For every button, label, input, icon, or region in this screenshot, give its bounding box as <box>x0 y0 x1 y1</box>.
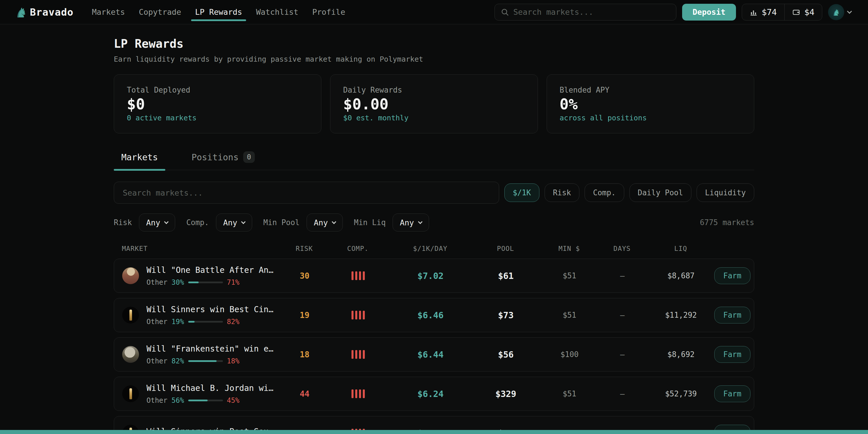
farm-button[interactable]: Farm <box>714 307 750 324</box>
yes-percent: 56% <box>172 396 184 404</box>
market-outcome: Other <box>147 318 167 326</box>
pool-value: $61 <box>470 271 542 281</box>
col-header-days: DAYS <box>597 245 647 252</box>
yes-percent: 82% <box>172 357 184 365</box>
oscar-statue-icon <box>129 388 132 399</box>
days-value: — <box>597 311 648 320</box>
nav-item-copytrade[interactable]: Copytrade <box>138 1 182 23</box>
days-value: — <box>597 271 648 280</box>
stat-card-total-deployed: Total Deployed $0 0 active markets <box>114 74 321 133</box>
col-header-rate: $/1K/DAY <box>391 245 469 252</box>
competition-bars-icon <box>325 390 392 398</box>
stat-subtext: $0 est. monthly <box>343 114 525 122</box>
liquidity-value: $52,739 <box>648 390 714 398</box>
positions-count-badge: 0 <box>243 151 255 163</box>
col-header-min: MIN $ <box>542 245 597 252</box>
deposit-button[interactable]: Deposit <box>682 4 736 21</box>
filter-min-liq-select[interactable]: Any <box>393 213 429 231</box>
sort-chip-risk[interactable]: Risk <box>545 183 580 202</box>
filter-label-min-pool: Min Pool <box>263 218 299 227</box>
filter-min-pool-select[interactable]: Any <box>307 213 343 231</box>
risk-score: 19 <box>284 310 325 320</box>
sort-chip-per-1k[interactable]: $/1K <box>504 183 539 202</box>
filter-label-risk: Risk <box>114 218 132 227</box>
portfolio-value: $74 <box>762 7 777 17</box>
nav-item-watchlist[interactable]: Watchlist <box>255 1 299 23</box>
page-subtitle: Earn liquidity rewards by providing pass… <box>114 55 754 63</box>
market-row[interactable]: Will Michael B. Jordan wi… Other 56% 45%… <box>114 377 754 411</box>
market-outcome: Other <box>147 396 167 404</box>
stat-subtext: across all positions <box>560 114 741 122</box>
brand[interactable]: ♞ Bravado <box>17 5 73 20</box>
no-percent: 45% <box>227 396 240 404</box>
sort-chip-daily-pool[interactable]: Daily Pool <box>629 183 692 202</box>
bar-chart-icon <box>750 8 758 16</box>
nav-search-input[interactable] <box>513 7 670 16</box>
farm-button[interactable]: Farm <box>714 386 750 402</box>
stat-cards: Total Deployed $0 0 active markets Daily… <box>114 74 754 133</box>
rate-per-1k-day: $6.46 <box>392 310 470 320</box>
farm-button[interactable]: Farm <box>714 267 750 284</box>
sort-chip-liquidity[interactable]: Liquidity <box>696 183 754 202</box>
chevron-down-icon <box>418 219 423 224</box>
nav-item-markets[interactable]: Markets <box>92 1 126 23</box>
stat-value: $0 <box>127 96 308 113</box>
odds-bar <box>188 281 223 283</box>
filter-comp-select[interactable]: Any <box>216 213 252 231</box>
odds-bar <box>188 321 223 323</box>
oscar-statue-icon <box>129 309 132 321</box>
days-value: — <box>597 390 648 398</box>
market-title: Will "One Battle After An… <box>147 265 273 275</box>
farm-button[interactable]: Farm <box>714 346 750 363</box>
filter-min-pool-value: Any <box>314 218 328 227</box>
min-value: $51 <box>542 271 597 280</box>
liquidity-value: $8,687 <box>648 271 714 280</box>
market-avatar <box>122 346 139 363</box>
col-header-comp: COMP. <box>324 245 391 252</box>
risk-score: 44 <box>284 389 325 399</box>
nav-item-lp-rewards[interactable]: LP Rewards <box>194 1 243 23</box>
tabs: Markets Positions 0 <box>114 151 754 170</box>
stat-subtext: 0 active markets <box>127 114 308 122</box>
brand-name: Bravado <box>30 6 73 18</box>
stat-label: Daily Rewards <box>343 86 525 94</box>
market-title: Will Michael B. Jordan wi… <box>147 383 273 393</box>
user-menu[interactable]: ♞ <box>828 4 851 20</box>
col-header-liq: LIQ <box>647 245 714 252</box>
competition-bars-icon <box>325 271 392 280</box>
tab-positions[interactable]: Positions 0 <box>184 151 262 170</box>
odds-bar <box>188 360 223 362</box>
tab-markets[interactable]: Markets <box>114 151 165 170</box>
liquidity-value: $8,692 <box>648 350 714 359</box>
no-percent: 71% <box>227 278 240 287</box>
liquidity-value: $11,292 <box>648 311 714 320</box>
search-icon <box>501 8 509 16</box>
market-row[interactable]: Will "One Battle After An… Other 30% 71%… <box>114 259 754 293</box>
filter-risk-select[interactable]: Any <box>139 213 176 231</box>
filter-label-comp: Comp. <box>186 218 209 227</box>
market-row[interactable]: Will "Frankenstein" win e… Other 82% 18%… <box>114 337 754 371</box>
portfolio-balance[interactable]: $74 <box>742 4 784 20</box>
market-avatar <box>122 267 139 284</box>
min-value: $51 <box>542 390 597 398</box>
sort-chip-comp[interactable]: Comp. <box>585 183 624 202</box>
nav-item-profile[interactable]: Profile <box>312 1 346 23</box>
nav-search-box <box>495 4 676 21</box>
stat-card-daily-rewards: Daily Rewards $0.00 $0 est. monthly <box>330 74 538 133</box>
horse-logo-icon: ♞ <box>17 5 26 20</box>
market-row[interactable]: Will Sinners win Best Cin… Other 19% 82%… <box>114 298 754 332</box>
markets-search-input[interactable] <box>114 182 499 204</box>
market-avatar <box>122 386 139 402</box>
odds-bar <box>188 400 223 401</box>
min-value: $100 <box>542 350 597 359</box>
top-nav: ♞ Bravado Markets Copytrade LP Rewards W… <box>0 0 868 24</box>
filter-min-liq-value: Any <box>400 218 414 227</box>
cash-balance[interactable]: $4 <box>784 4 822 20</box>
stat-card-blended-apy: Blended APY 0% across all positions <box>547 74 754 133</box>
yes-percent: 30% <box>172 278 184 287</box>
bottom-accent-bar <box>0 430 868 434</box>
market-outcome: Other <box>147 278 167 287</box>
stat-label: Blended APY <box>560 86 741 94</box>
chevron-down-icon <box>332 219 336 224</box>
market-outcome: Other <box>147 357 167 365</box>
